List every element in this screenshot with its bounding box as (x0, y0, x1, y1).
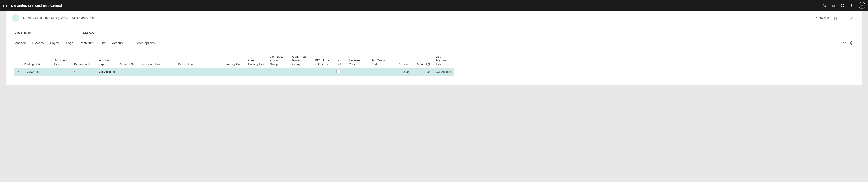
action-payroll[interactable]: Payroll (50, 41, 60, 47)
svg-rect-0 (3, 4, 4, 4)
action-account[interactable]: Account (112, 41, 124, 47)
col-currency-code[interactable]: Currency Code (221, 54, 246, 68)
col-tax-area-code[interactable]: Tax Area Code (346, 54, 369, 68)
batch-lookup-button[interactable]: ··· (148, 31, 151, 35)
cell-tax-liable[interactable] (334, 68, 346, 76)
svg-point-17 (48, 71, 48, 71)
cell-tax-area-code[interactable] (346, 68, 369, 76)
col-document-no[interactable]: Document No. (72, 54, 97, 68)
cell-posting-date[interactable]: 12/31/2018 (22, 68, 44, 76)
col-gen-posting-type[interactable]: Gen. Posting Type (246, 54, 268, 68)
cell-gen-bus-group[interactable] (268, 68, 290, 76)
svg-point-11 (842, 5, 843, 6)
col-tax-group-code[interactable]: Tax Group Code (369, 54, 388, 68)
cell-amount-usd[interactable]: 0.00 (411, 68, 434, 76)
cell-currency-code[interactable] (221, 68, 246, 76)
col-bal-account-type[interactable]: Bal. Account Type (434, 54, 454, 68)
svg-rect-13 (842, 17, 844, 19)
svg-rect-6 (3, 6, 4, 7)
tax-liable-checkbox[interactable] (336, 70, 340, 73)
cell-description[interactable] (176, 68, 221, 76)
cell-gen-prod-group[interactable] (290, 68, 313, 76)
cell-document-type[interactable] (52, 68, 72, 76)
cell-document-no[interactable]: * (72, 68, 97, 76)
cell-bal-account-type[interactable]: G/L Account (434, 68, 454, 76)
page-breadcrumb: GENERAL JOURNALS | WORK DATE: 4/6/2020 (23, 16, 94, 20)
col-diot-type[interactable]: DIOT Type of Operation (313, 54, 334, 68)
col-account-no[interactable]: Account No. (117, 54, 140, 68)
batch-name-input[interactable] (81, 29, 153, 36)
saved-label: SAVED (819, 17, 829, 20)
cell-tax-group-code[interactable] (369, 68, 388, 76)
search-icon[interactable] (822, 3, 827, 7)
action-bar: Manage Process Payroll Page Post/Print L… (6, 41, 862, 50)
svg-rect-5 (6, 5, 6, 6)
svg-point-18 (48, 72, 48, 72)
col-tax-liable[interactable]: Tax Liable (334, 54, 346, 68)
col-account-type[interactable]: Account Type (97, 54, 117, 68)
col-amount[interactable]: Amount (388, 54, 411, 68)
more-options[interactable]: More options (136, 41, 155, 47)
open-new-window-icon[interactable] (842, 16, 845, 20)
top-navbar: Dynamics 365 Business Central (0, 0, 868, 11)
svg-point-9 (823, 4, 825, 6)
svg-rect-4 (4, 5, 5, 6)
col-description[interactable]: Description (176, 54, 221, 68)
avatar-initials: IK (861, 4, 863, 7)
svg-rect-7 (4, 6, 5, 7)
action-page[interactable]: Page (66, 41, 73, 47)
action-line[interactable]: Line (100, 41, 105, 47)
action-post-print[interactable]: Post/Print (80, 41, 94, 47)
col-posting-date[interactable]: Posting Date (22, 54, 44, 68)
batch-name-label: Batch Name (14, 31, 31, 34)
row-menu-icon[interactable] (44, 68, 52, 76)
app-title: Dynamics 365 Business Central (11, 4, 62, 7)
journal-table: Posting Date Document Type Document No. … (14, 54, 454, 76)
row-indicator-icon (14, 68, 22, 76)
help-icon[interactable] (849, 3, 854, 7)
action-manage[interactable]: Manage (14, 41, 26, 47)
label-dots: · · · · · · · · · · · · · · · · (32, 31, 79, 34)
cell-diot-type[interactable] (313, 68, 334, 76)
collapse-icon[interactable] (850, 16, 854, 20)
app-launcher-icon[interactable] (3, 3, 7, 8)
cell-account-name[interactable] (140, 68, 176, 76)
svg-point-19 (48, 72, 48, 73)
col-gen-bus-group[interactable]: Gen. Bus. Posting Group (268, 54, 290, 68)
svg-rect-8 (6, 6, 6, 7)
bookmark-icon[interactable] (834, 16, 837, 20)
check-icon (814, 17, 817, 20)
filter-icon[interactable] (843, 41, 846, 45)
svg-rect-1 (4, 4, 5, 4)
col-account-name[interactable]: Account Name (140, 54, 176, 68)
page-card: GENERAL JOURNALS | WORK DATE: 4/6/2020 S… (6, 11, 862, 85)
col-amount-usd[interactable]: Amount ($) (411, 54, 434, 68)
cell-gen-posting-type[interactable] (246, 68, 268, 76)
cell-amount[interactable]: 0.00 (388, 68, 411, 76)
col-document-type[interactable]: Document Type (52, 54, 72, 68)
user-avatar[interactable]: IK (859, 2, 865, 9)
action-process[interactable]: Process (32, 41, 44, 47)
col-gen-prod-group[interactable]: Gen. Prod. Posting Group (290, 54, 313, 68)
required-star-icon: * (74, 70, 76, 74)
svg-rect-3 (3, 5, 4, 6)
notifications-icon[interactable] (831, 3, 835, 7)
table-row[interactable]: 12/31/2018 * G/L Account (14, 68, 454, 76)
cell-account-no[interactable] (117, 68, 140, 76)
action-divider (130, 41, 130, 45)
svg-line-10 (825, 6, 826, 7)
table-header-row: Posting Date Document Type Document No. … (14, 54, 454, 68)
settings-gear-icon[interactable] (840, 3, 844, 7)
saved-status: SAVED (814, 17, 829, 20)
cell-account-type[interactable]: G/L Account (97, 68, 117, 76)
svg-rect-2 (6, 4, 6, 4)
back-button[interactable] (12, 14, 19, 22)
info-icon[interactable] (850, 41, 854, 45)
